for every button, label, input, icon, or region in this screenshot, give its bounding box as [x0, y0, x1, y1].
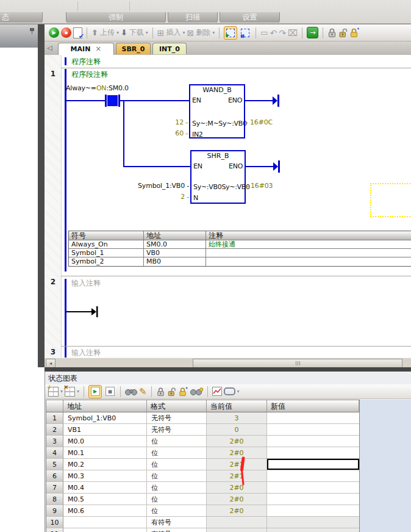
new-value-cell[interactable]	[267, 424, 359, 436]
address-cell[interactable]	[63, 528, 147, 532]
row-number-cell[interactable]: 8	[46, 494, 63, 505]
upload-dropdown-icon[interactable]: ▾	[116, 30, 119, 35]
symbol-cell[interactable]: Always_On	[69, 240, 144, 249]
col-comment[interactable]: 注释	[206, 231, 411, 240]
delete-icon[interactable]: ⊠	[187, 28, 195, 38]
contact-sm00[interactable]	[105, 95, 120, 107]
symbol-row[interactable]: Symbol_1 VB0	[69, 249, 411, 257]
comment-cell[interactable]	[206, 249, 411, 257]
new-value-cell[interactable]	[267, 412, 359, 424]
new-value-cell[interactable]	[267, 459, 359, 470]
col-format[interactable]: 格式	[147, 400, 207, 412]
scroll-left-button[interactable]: ◂	[46, 359, 55, 368]
row-number-cell[interactable]: 4	[46, 447, 63, 459]
symbol-cell[interactable]: Symbol_2	[69, 257, 144, 266]
chart-status-on-button[interactable]: ▶	[88, 385, 102, 398]
unforce-lock-icon[interactable]	[338, 27, 348, 38]
format-cell[interactable]: 无符号	[147, 412, 207, 424]
row-number-cell[interactable]: 7	[46, 482, 63, 494]
download-icon[interactable]: ⬇	[121, 28, 127, 37]
stop-button[interactable]: ▪	[61, 27, 71, 38]
new-value-cell[interactable]	[267, 436, 359, 447]
format-cell[interactable]: 无符号	[147, 424, 207, 436]
insert-button[interactable]: 插入	[166, 27, 181, 38]
scrollbar-thumb[interactable]	[193, 359, 402, 368]
write-icon[interactable]: ✎	[139, 386, 147, 397]
new-value-cell[interactable]	[267, 505, 359, 517]
program-comment[interactable]: 程序注释	[71, 57, 101, 67]
chart-status-button[interactable]: ▮▮	[239, 27, 251, 39]
row-number-cell[interactable]: 11	[46, 528, 63, 532]
row-number-cell[interactable]: 1	[46, 412, 63, 424]
upload-icon[interactable]: ⬆	[91, 28, 98, 37]
network2-comment[interactable]: 输入注释	[71, 278, 101, 289]
format-cell[interactable]: 位	[147, 436, 207, 447]
chart-status-pause-button[interactable]: ▮▮	[104, 386, 116, 398]
new-value-edit-box[interactable]	[267, 459, 359, 470]
wand-b-block[interactable]: WAND_B ENENO Sy~:M~Sy~:VB0 IN2	[189, 84, 245, 138]
bookmark-icon[interactable]: ▭	[260, 28, 268, 37]
row-number-cell[interactable]: 3	[46, 436, 63, 447]
prev-bookmark-icon[interactable]: ↶	[270, 28, 277, 38]
ribbon-group-scan[interactable]: 扫描	[168, 12, 218, 23]
format-cell[interactable]: 位	[147, 505, 207, 517]
new-value-cell[interactable]	[267, 517, 359, 528]
format-cell[interactable]: 位	[147, 459, 207, 470]
delete-dropdown-icon[interactable]: ▾	[212, 30, 215, 35]
editor-hscrollbar[interactable]: ◂	[45, 358, 411, 368]
new-value-cell[interactable]	[267, 494, 359, 505]
row-number-cell[interactable]: 2	[46, 424, 63, 436]
upload-button[interactable]: 上传	[100, 27, 115, 38]
new-value-cell[interactable]	[267, 528, 359, 532]
delete-button[interactable]: 删除	[196, 27, 210, 38]
run-button[interactable]: ▶	[49, 27, 59, 38]
format-cell[interactable]: 有符号	[147, 528, 207, 532]
new-value-cell[interactable]	[267, 482, 359, 494]
comment-cell[interactable]: 始终接通	[206, 240, 411, 249]
address-cell[interactable]: M0.0	[63, 436, 147, 447]
force-icon[interactable]	[156, 387, 165, 397]
delete-row-dropdown-icon[interactable]: ▾	[77, 389, 79, 394]
address-cell[interactable]: M0.6	[63, 505, 147, 517]
compile-button[interactable]: ✔	[73, 27, 82, 38]
download-dropdown-icon[interactable]: ▾	[146, 30, 148, 35]
col-address[interactable]: 地址	[63, 400, 147, 412]
insert-icon[interactable]: ⊞	[157, 28, 165, 38]
address-cell[interactable]: M0.3	[63, 470, 147, 482]
unforce-icon[interactable]	[167, 387, 176, 397]
address-cell[interactable]: M0.2	[63, 459, 147, 470]
left-panel-header[interactable]	[0, 24, 38, 48]
address-cell[interactable]: VB1	[63, 424, 147, 436]
address-cell[interactable]: Symbol_1:VB0	[63, 412, 147, 424]
network3-comment[interactable]: 输入注释	[71, 348, 101, 358]
network1-comment[interactable]: 程序段注释	[71, 70, 108, 80]
horizontal-splitter[interactable]	[45, 367, 411, 372]
tab-int0[interactable]: INT_0	[152, 43, 187, 54]
tab-sbr0[interactable]: SBR_0	[116, 43, 151, 54]
address-cell[interactable]: M0.5	[63, 494, 147, 505]
insert-row-dropdown-icon[interactable]: ▾	[60, 389, 63, 394]
bubble-icon[interactable]	[224, 387, 235, 395]
force-lock-icon[interactable]	[327, 27, 337, 38]
address-cell[interactable]	[63, 517, 147, 528]
close-tab-icon[interactable]: ×	[95, 45, 101, 53]
address-cell[interactable]: MB0	[144, 257, 206, 266]
ribbon-group-settings[interactable]: 设置	[220, 12, 280, 23]
read-forced-icon[interactable]	[190, 387, 203, 396]
shr-b-block[interactable]: SHR_B ENENO Sy~:VB0Sy~:VB0 N	[190, 150, 246, 204]
ribbon-group-force[interactable]: 强制	[66, 12, 166, 23]
clear-bookmarks-icon[interactable]: ⌧	[288, 28, 298, 38]
download-button[interactable]: 下载	[129, 27, 144, 38]
address-cell[interactable]: SM0.0	[144, 240, 206, 249]
format-cell[interactable]: 位	[147, 470, 207, 482]
insert-row-icon[interactable]: +	[48, 387, 59, 397]
row-number-cell[interactable]: 6	[46, 470, 63, 482]
read-all-icon[interactable]	[125, 387, 137, 396]
force-all-icon[interactable]	[178, 387, 188, 397]
format-cell[interactable]: 位	[147, 494, 207, 505]
symbol-cell[interactable]: Symbol_1	[69, 249, 144, 257]
col-current-value[interactable]: 当前值	[207, 400, 267, 412]
col-address[interactable]: 地址	[144, 231, 206, 240]
trend-view-icon[interactable]	[212, 387, 222, 396]
symbol-row[interactable]: Always_On SM0.0 始终接通	[69, 240, 411, 249]
